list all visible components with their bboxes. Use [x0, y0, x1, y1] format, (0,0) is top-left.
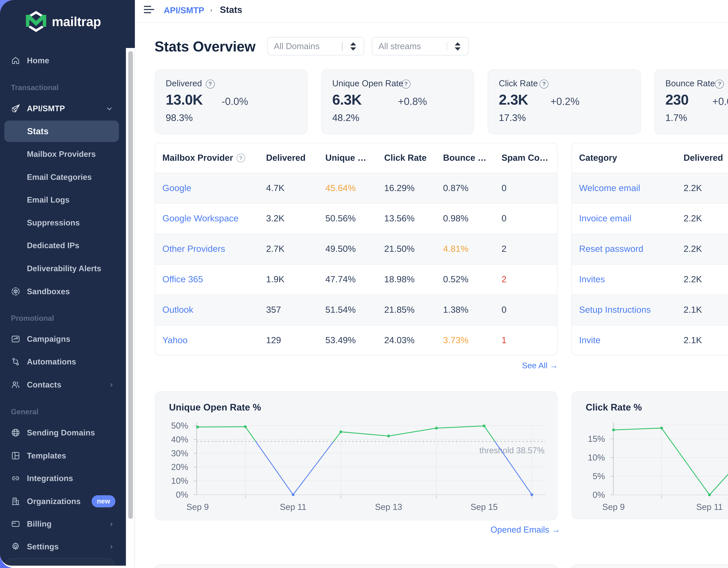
svg-text:threshold 38.57%: threshold 38.57% [479, 446, 544, 455]
svg-text:30%: 30% [171, 449, 188, 458]
svg-text:Sep 9: Sep 9 [186, 502, 209, 512]
svg-text:10%: 10% [171, 476, 188, 486]
svg-text:50%: 50% [171, 421, 188, 430]
svg-text:40%: 40% [171, 435, 188, 444]
svg-text:20%: 20% [171, 462, 188, 472]
svg-text:10%: 10% [588, 453, 605, 462]
svg-text:Sep 15: Sep 15 [470, 502, 498, 512]
svg-text:Sep 11: Sep 11 [696, 502, 723, 512]
svg-text:5%: 5% [592, 471, 605, 481]
svg-text:Sep 11: Sep 11 [280, 502, 306, 512]
svg-text:Sep 13: Sep 13 [375, 502, 402, 512]
svg-text:Sep 9: Sep 9 [602, 502, 625, 512]
svg-text:15%: 15% [588, 434, 605, 444]
svg-text:0%: 0% [176, 490, 188, 499]
svg-text:0%: 0% [592, 490, 605, 500]
